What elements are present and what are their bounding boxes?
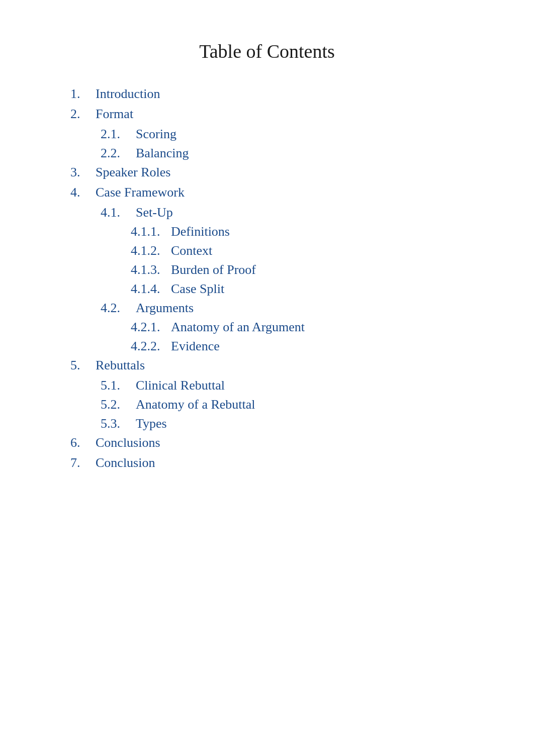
toc-item-2[interactable]: 2. Format: [70, 107, 494, 122]
toc-item-4-2-2[interactable]: 4.2.2. Evidence: [131, 339, 494, 354]
toc-label-5-1: Clinical Rebuttal: [136, 378, 225, 393]
toc-label-2-2: Balancing: [136, 146, 189, 161]
toc-number-1: 1.: [70, 86, 96, 102]
toc-label-4-1-1: Definitions: [171, 224, 230, 239]
toc-label-4: Case Framework: [96, 185, 185, 200]
toc-item-4-1-4[interactable]: 4.1.4. Case Split: [131, 281, 494, 297]
toc-item-1[interactable]: 1. Introduction: [70, 86, 494, 102]
toc-number-4-1-2: 4.1.2.: [131, 243, 171, 258]
toc-label-4-1-3: Burden of Proof: [171, 262, 256, 277]
toc-item-4-1-1[interactable]: 4.1.1. Definitions: [131, 224, 494, 239]
toc-item-6[interactable]: 6. Conclusions: [70, 435, 494, 450]
toc-label-2: Format: [96, 107, 133, 122]
toc-number-3: 3.: [70, 165, 96, 180]
toc-label-7: Conclusion: [96, 455, 155, 470]
toc-number-2-2: 2.2.: [101, 146, 136, 161]
toc-label-4-2-1: Anatomy of an Argument: [171, 320, 305, 335]
toc-item-2-1[interactable]: 2.1. Scoring: [101, 127, 494, 142]
toc-label-5-3: Types: [136, 416, 167, 431]
toc-item-4-2-1[interactable]: 4.2.1. Anatomy of an Argument: [131, 320, 494, 335]
toc-item-4[interactable]: 4. Case Framework: [70, 185, 494, 200]
toc-label-2-1: Scoring: [136, 127, 176, 142]
toc-label-1: Introduction: [96, 86, 160, 102]
toc-item-4-1-3[interactable]: 4.1.3. Burden of Proof: [131, 262, 494, 277]
toc-label-5-2: Anatomy of a Rebuttal: [136, 397, 255, 412]
toc-label-4-1-4: Case Split: [171, 281, 224, 297]
toc-item-4-1-2[interactable]: 4.1.2. Context: [131, 243, 494, 258]
toc-item-5[interactable]: 5. Rebuttals: [70, 358, 494, 373]
toc-item-3[interactable]: 3. Speaker Roles: [70, 165, 494, 180]
toc-number-5-3: 5.3.: [101, 416, 136, 431]
toc-number-7: 7.: [70, 455, 96, 470]
toc-label-5: Rebuttals: [96, 358, 145, 373]
toc-label-6: Conclusions: [96, 435, 160, 450]
toc-number-5: 5.: [70, 358, 96, 373]
toc-number-5-2: 5.2.: [101, 397, 136, 412]
page-title: Table of Contents: [40, 40, 494, 62]
toc-number-4-1-4: 4.1.4.: [131, 281, 171, 297]
toc-item-4-1[interactable]: 4.1. Set-Up: [101, 205, 494, 220]
toc-container: 1. Introduction 2. Format 2.1. Scoring 2…: [70, 86, 494, 470]
toc-item-7[interactable]: 7. Conclusion: [70, 455, 494, 470]
toc-number-4-1-1: 4.1.1.: [131, 224, 171, 239]
toc-number-4-1-3: 4.1.3.: [131, 262, 171, 277]
toc-label-4-1-2: Context: [171, 243, 212, 258]
toc-number-5-1: 5.1.: [101, 378, 136, 393]
toc-label-3: Speaker Roles: [96, 165, 170, 180]
toc-item-5-1[interactable]: 5.1. Clinical Rebuttal: [101, 378, 494, 393]
toc-number-4-2: 4.2.: [101, 301, 136, 316]
toc-number-2-1: 2.1.: [101, 127, 136, 142]
toc-number-4-2-2: 4.2.2.: [131, 339, 171, 354]
toc-number-4-1: 4.1.: [101, 205, 136, 220]
toc-label-4-1: Set-Up: [136, 205, 173, 220]
toc-number-2: 2.: [70, 107, 96, 122]
toc-item-2-2[interactable]: 2.2. Balancing: [101, 146, 494, 161]
toc-item-5-3[interactable]: 5.3. Types: [101, 416, 494, 431]
toc-label-4-2-2: Evidence: [171, 339, 220, 354]
toc-item-4-2[interactable]: 4.2. Arguments: [101, 301, 494, 316]
toc-number-4: 4.: [70, 185, 96, 200]
toc-number-6: 6.: [70, 435, 96, 450]
toc-label-4-2: Arguments: [136, 301, 194, 316]
toc-number-4-2-1: 4.2.1.: [131, 320, 171, 335]
toc-item-5-2[interactable]: 5.2. Anatomy of a Rebuttal: [101, 397, 494, 412]
